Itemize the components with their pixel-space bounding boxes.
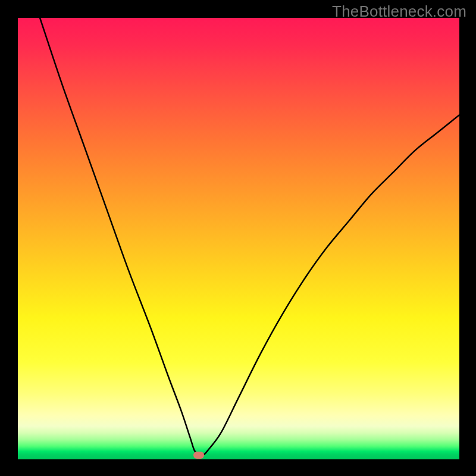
plot-area bbox=[18, 18, 459, 459]
bottleneck-curve bbox=[40, 18, 459, 456]
chart-frame: TheBottleneck.com bbox=[0, 0, 476, 476]
minimum-marker bbox=[193, 452, 204, 459]
watermark-text: TheBottleneck.com bbox=[332, 2, 466, 21]
curve-svg bbox=[18, 18, 459, 459]
